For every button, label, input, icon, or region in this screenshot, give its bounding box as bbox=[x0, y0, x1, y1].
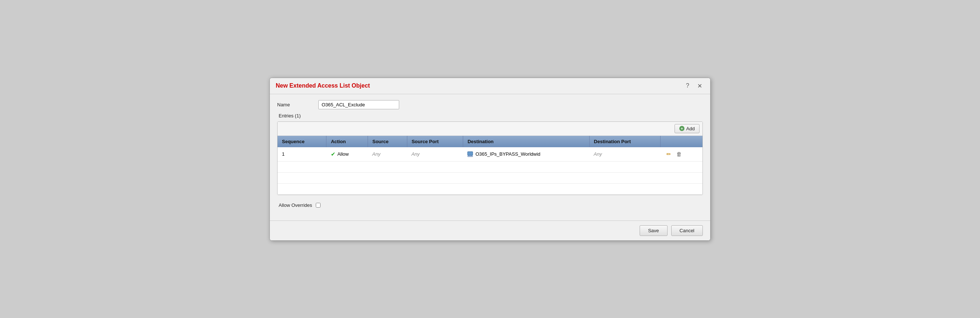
spacer-row-2 bbox=[278, 172, 702, 183]
cell-source-port: Any bbox=[407, 147, 463, 161]
add-button[interactable]: + Add bbox=[675, 124, 700, 133]
svg-rect-1 bbox=[468, 156, 473, 157]
dialog-titlebar: New Extended Access List Object ? ✕ bbox=[270, 78, 710, 94]
save-button[interactable]: Save bbox=[640, 225, 668, 236]
source-port-any: Any bbox=[411, 151, 419, 157]
svg-rect-0 bbox=[468, 152, 473, 155]
col-destination: Destination bbox=[463, 136, 589, 147]
cell-destination-port: Any bbox=[589, 147, 660, 161]
dest-port-any: Any bbox=[593, 151, 602, 157]
col-source-port: Source Port bbox=[407, 136, 463, 147]
entries-label: Entries (1) bbox=[277, 113, 703, 118]
dialog-body: Name Entries (1) + Add Sequence Action S… bbox=[270, 94, 710, 221]
cell-action: ✔ Allow bbox=[326, 147, 368, 161]
col-destination-port: Destination Port bbox=[589, 136, 660, 147]
col-actions bbox=[660, 136, 702, 147]
source-any: Any bbox=[372, 151, 380, 157]
cell-sequence: 1 bbox=[278, 147, 326, 161]
dialog-footer: Save Cancel bbox=[270, 221, 710, 240]
allow-overrides-label: Allow Overrides bbox=[278, 203, 312, 208]
dialog-title: New Extended Access List Object bbox=[276, 82, 370, 89]
table-row: 1 ✔ Allow Any Any bbox=[278, 147, 702, 161]
allow-overrides-checkbox[interactable] bbox=[316, 203, 321, 208]
col-action: Action bbox=[326, 136, 368, 147]
spacer-row-3 bbox=[278, 183, 702, 194]
add-icon: + bbox=[679, 126, 684, 131]
table-section: + Add Sequence Action Source Source Port… bbox=[277, 121, 703, 195]
table-header-row: Sequence Action Source Source Port Desti… bbox=[278, 136, 702, 147]
entries-table: Sequence Action Source Source Port Desti… bbox=[278, 136, 702, 195]
dialog-controls: ? ✕ bbox=[684, 82, 704, 90]
spacer-row-1 bbox=[278, 161, 702, 172]
col-source: Source bbox=[368, 136, 407, 147]
col-sequence: Sequence bbox=[278, 136, 326, 147]
close-button[interactable]: ✕ bbox=[695, 82, 704, 90]
table-toolbar: + Add bbox=[278, 122, 702, 136]
allow-overrides-row: Allow Overrides bbox=[277, 200, 703, 211]
dialog: New Extended Access List Object ? ✕ Name… bbox=[269, 78, 711, 241]
name-input[interactable] bbox=[318, 100, 399, 109]
cell-row-actions: ✏ 🗑 bbox=[660, 147, 702, 161]
name-field-row: Name bbox=[277, 100, 703, 109]
action-label: Allow bbox=[337, 151, 349, 157]
cancel-button[interactable]: Cancel bbox=[671, 225, 703, 236]
cell-destination: O365_IPs_BYPASS_Worldwid bbox=[463, 147, 589, 161]
delete-row-button[interactable]: 🗑 bbox=[675, 150, 683, 158]
cell-source: Any bbox=[368, 147, 407, 161]
destination-value: O365_IPs_BYPASS_Worldwid bbox=[475, 151, 540, 157]
add-label: Add bbox=[686, 126, 695, 131]
name-label: Name bbox=[277, 102, 314, 107]
edit-row-button[interactable]: ✏ bbox=[665, 150, 673, 158]
allow-check-icon: ✔ bbox=[331, 151, 336, 158]
network-object-icon bbox=[467, 151, 473, 157]
help-button[interactable]: ? bbox=[684, 82, 692, 90]
